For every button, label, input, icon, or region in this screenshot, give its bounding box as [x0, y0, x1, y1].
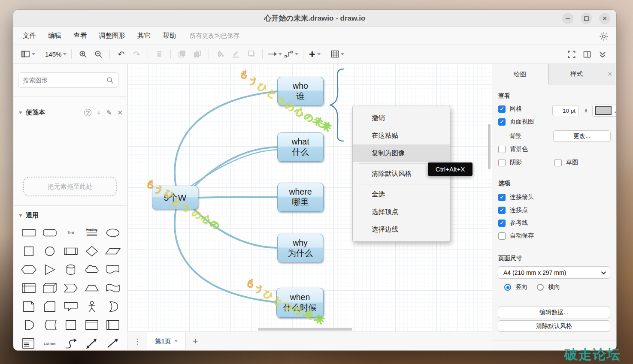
shape-vertical-container[interactable] — [102, 318, 123, 332]
minimize-button[interactable]: ─ — [562, 13, 573, 24]
shape-curve[interactable] — [60, 337, 81, 350]
shape-ellipse[interactable] — [102, 226, 123, 240]
edge-root-why[interactable] — [193, 208, 277, 248]
general-section-header[interactable]: 通用 — [19, 211, 123, 220]
shape-document[interactable] — [102, 263, 123, 277]
to-front-button[interactable] — [176, 48, 188, 60]
shape-tape[interactable] — [102, 281, 123, 295]
edge-root-what-2[interactable] — [187, 150, 277, 189]
add-page-button[interactable]: + — [193, 336, 198, 347]
grid-color-swatch[interactable] — [595, 106, 612, 115]
grid-size-input[interactable]: 10 pt — [552, 105, 579, 116]
maximize-button[interactable] — [581, 13, 592, 24]
shape-or[interactable] — [102, 300, 123, 313]
autosave-checkbox[interactable] — [498, 232, 506, 240]
shape-rounded-rectangle[interactable] — [39, 226, 60, 240]
delete-button[interactable] — [153, 48, 166, 60]
help-icon[interactable]: ? — [84, 109, 91, 116]
page-view-checkbox[interactable]: ✓ — [498, 118, 506, 126]
shape-step[interactable] — [60, 281, 81, 295]
connection-points-checkbox[interactable]: ✓ — [498, 207, 506, 214]
context-menu-item[interactable]: 撤销 — [353, 109, 450, 127]
node-root[interactable]: 5个W — [152, 186, 198, 209]
grid-size-stepper[interactable]: ▲▼ — [584, 108, 588, 113]
shape-text[interactable]: Text — [60, 226, 81, 240]
shape-list-item[interactable]: List Item — [39, 337, 60, 350]
tab-diagram[interactable]: 绘图 — [492, 64, 548, 84]
node-where[interactable]: where 哪里 — [277, 183, 324, 212]
shape-hexagon[interactable] — [18, 263, 39, 277]
edge-root-who[interactable] — [175, 91, 277, 187]
brace-shape[interactable] — [330, 69, 343, 141]
sketch-checkbox[interactable] — [554, 159, 562, 166]
zoom-level-dropdown[interactable]: 145% — [45, 48, 67, 60]
close-button[interactable]: ✕ — [599, 13, 610, 24]
shape-container-plain[interactable] — [60, 318, 81, 332]
shadow-checkbox[interactable] — [498, 159, 506, 166]
horizontal-scrollbar[interactable] — [258, 328, 352, 331]
shape-triangle[interactable] — [39, 263, 60, 277]
collapse-toolbar-button[interactable] — [596, 48, 609, 61]
edit-scratchpad-icon[interactable]: ✎ — [106, 109, 112, 117]
shape-parallelogram[interactable] — [102, 244, 123, 258]
grid-color-picker[interactable] — [592, 105, 617, 117]
node-why[interactable]: why 为什么 — [277, 234, 323, 262]
shape-callout[interactable] — [60, 300, 81, 313]
connection-style-button[interactable] — [267, 48, 282, 60]
shape-diamond[interactable] — [81, 244, 102, 258]
redo-button[interactable]: ↷ — [130, 48, 143, 60]
shape-card[interactable] — [39, 300, 60, 313]
to-back-button[interactable] — [191, 48, 204, 60]
shape-cylinder[interactable] — [60, 263, 81, 277]
shape-cloud[interactable] — [81, 263, 102, 277]
fill-color-button[interactable] — [214, 48, 227, 60]
vertical-scrollbar[interactable] — [488, 124, 491, 169]
shape-list[interactable] — [18, 337, 39, 350]
context-menu-item[interactable]: 复制为图像 — [353, 144, 450, 162]
shape-circle[interactable] — [39, 244, 60, 258]
edge-root-when[interactable] — [175, 209, 276, 302]
portrait-radio[interactable] — [504, 284, 511, 291]
search-input[interactable] — [23, 77, 106, 84]
menu-item[interactable]: 帮助 — [163, 31, 176, 40]
context-menu-item[interactable]: 全选 — [353, 186, 450, 203]
shape-rectangle[interactable] — [18, 226, 39, 240]
shape-note[interactable] — [18, 300, 39, 313]
shadow-button[interactable] — [245, 48, 257, 60]
context-menu-item[interactable]: 在这粘贴 — [353, 127, 450, 144]
shape-actor[interactable] — [81, 300, 102, 313]
shape-heading[interactable]: Heading — [81, 226, 102, 240]
shape-internal-storage[interactable] — [18, 281, 39, 295]
tab-style[interactable]: 样式 — [548, 64, 605, 84]
node-what[interactable]: what 什么 — [277, 132, 324, 162]
menu-item[interactable]: 调整图形 — [99, 31, 125, 40]
close-scratchpad-icon[interactable]: ✕ — [117, 109, 123, 117]
menu-item[interactable]: 查看 — [73, 31, 87, 40]
close-panel-icon[interactable]: ✕ — [604, 64, 615, 84]
pages-menu-icon[interactable]: ⋮ — [133, 337, 141, 346]
line-color-button[interactable] — [229, 48, 242, 60]
page-tab-1[interactable]: 第1页 ^ — [147, 332, 186, 350]
edge-root-where[interactable] — [199, 197, 277, 198]
shape-square[interactable] — [18, 244, 39, 258]
clear-default-style-button[interactable]: 清除默认风格 — [498, 320, 610, 332]
shape-search[interactable] — [18, 72, 118, 88]
scratchpad-drop-area[interactable]: 把元素拖至此处 — [23, 177, 117, 196]
connection-arrows-checkbox[interactable]: ✓ — [498, 194, 506, 201]
undo-button[interactable]: ↶ — [115, 48, 127, 60]
guides-checkbox[interactable]: ✓ — [498, 220, 506, 227]
format-panel-toggle-button[interactable] — [581, 48, 594, 61]
view-panels-button[interactable] — [21, 48, 35, 60]
add-scratchpad-icon[interactable]: + — [97, 109, 101, 116]
node-when[interactable]: when 什么时候 — [276, 288, 324, 318]
menu-item[interactable]: 编辑 — [48, 31, 61, 40]
fullscreen-button[interactable] — [565, 48, 578, 61]
insert-button[interactable]: + — [308, 48, 321, 60]
shape-arrow[interactable] — [102, 337, 123, 350]
shape-and[interactable] — [18, 318, 39, 332]
waypoint-style-button[interactable] — [285, 48, 298, 60]
shape-cube[interactable] — [39, 281, 60, 295]
grid-checkbox[interactable]: ✓ — [498, 105, 506, 113]
background-color-checkbox[interactable] — [498, 146, 506, 153]
landscape-radio[interactable] — [537, 284, 544, 291]
